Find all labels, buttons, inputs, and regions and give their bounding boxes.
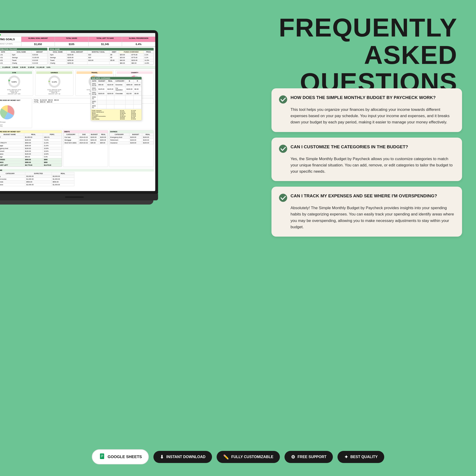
badge-quality: ✦ BEST QUALITY: [338, 451, 384, 463]
customize-icon: ✏️: [223, 454, 229, 460]
badge-quality-label: BEST QUALITY: [351, 455, 378, 459]
total-saved-value: $105: [55, 42, 88, 46]
faq-container: HOW DOES THE SIMPLE MONTHLY BUDGET BY PA…: [272, 88, 462, 237]
total-left-label: TOTAL LEFT TO SAVE: [88, 37, 122, 42]
badge-download-label: INSTANT DOWNLOAD: [166, 455, 205, 459]
check-icon-3: [279, 194, 287, 202]
svg-point-15: [279, 194, 287, 202]
check-icon-2: [279, 145, 287, 153]
laptop-base: [0, 194, 158, 200]
savings-table: SAVINGS CATEGORYBUDGETREAL Emergency fun…: [109, 130, 154, 167]
contribution-tracker-title: CONTRIBUTION TRACKER: [0, 48, 47, 51]
header-title: FREQUENTLY ASKED QUESTIONS: [279, 14, 458, 96]
badge-google: Google Sheets: [92, 449, 149, 464]
svg-rect-18: [101, 456, 103, 456]
global-progression-label: GLOBAL PROGRESSION: [122, 37, 155, 42]
screen-dot-green: [0, 34, 1, 35]
badge-customize-label: FULLY CUSTOMIZABLE: [231, 455, 273, 459]
currency-label: CURRENCY (FXBR): [0, 42, 21, 46]
faq-answer-3: Absolutely! The Simple Monthly Budget by…: [279, 205, 455, 230]
expense-panel: DUE DATE / EXPENSES DATEBUDGETREALCATEGO…: [91, 77, 142, 121]
faq-card-1: HOW DOES THE SIMPLE MONTHLY BUDGET BY PA…: [272, 88, 462, 132]
goal-overview-title: GOAL NAME: [49, 48, 154, 51]
global-goal-label: GLOBAL GOAL AMOUNT: [21, 37, 55, 42]
donut-gym: GYM 5.00% GOAL AMOUNT: $100SAVED: $5.00D…: [0, 70, 33, 96]
laptop-notch: [65, 196, 84, 198]
svg-rect-16: [100, 453, 104, 459]
global-progression-value: 6.4%: [122, 42, 155, 46]
screen-top-bar: [0, 33, 155, 37]
check-icon-1: [279, 95, 287, 104]
faq-card-2: CAN I CUSTOMIZE THE CATEGORIES IN THE BU…: [272, 137, 462, 181]
badge-google-label: Google Sheets: [108, 455, 142, 459]
google-sheets-icon: [99, 453, 105, 461]
faq-card-3: CAN I TRACK MY EXPENSES AND SEE WHERE I'…: [272, 187, 462, 237]
badge-download: ⬇ INSTANT DOWNLOAD: [153, 451, 212, 463]
debts-table: DEBTS CATEGORYDUEBUDGETREAL Car loan2024…: [63, 130, 108, 167]
support-icon: ⚙: [291, 454, 295, 460]
svg-point-14: [279, 145, 287, 153]
total-left-value: $1,345: [88, 42, 122, 46]
money-pie-title: WHERE DOES MY MONEY GO?: [0, 100, 31, 101]
totals-row: TOTAL $ 1,650.00 $ 90.00 $ 20.00 $ 125.0…: [0, 66, 155, 69]
svg-point-13: [279, 96, 287, 103]
faq-question-row-1: HOW DOES THE SIMPLE MONTHLY BUDGET BY PA…: [279, 95, 455, 104]
badge-support-label: FREE SUPPORT: [298, 455, 326, 459]
page-header: FREQUENTLY ASKED QUESTIONS: [279, 14, 458, 96]
money-pie-section: WHERE DOES MY MONEY GO? ■ Rent/Mortgage …: [0, 98, 32, 128]
download-icon: ⬇: [160, 454, 164, 460]
faq-answer-2: Yes, the Simple Monthly Budget by Payche…: [279, 156, 455, 175]
laptop-foot: [0, 200, 153, 204]
faq-question-row-2: CAN I CUSTOMIZE THE CATEGORIES IN THE BU…: [279, 144, 455, 153]
faq-question-2: CAN I CUSTOMIZE THE CATEGORIES IN THE BU…: [290, 144, 408, 150]
svg-rect-19: [101, 457, 102, 457]
donut-savings: SAVINGS 3.13% GOAL AMOUNT: $100SAVED: $1…: [35, 70, 73, 96]
badge-support: ⚙ FREE SUPPORT: [285, 451, 333, 463]
faq-question-1: HOW DOES THE SIMPLE MONTHLY BUDGET BY PA…: [290, 95, 436, 101]
svg-rect-17: [101, 455, 103, 455]
income-section: INCOME CATEGORYEXPECTEDREAL Salary$3,000…: [0, 168, 155, 187]
svg-text:3.13%: 3.13%: [51, 81, 57, 83]
quality-icon: ✦: [344, 454, 348, 460]
faq-question-3: CAN I TRACK MY EXPENSES AND SEE WHERE I'…: [290, 193, 437, 199]
faq-question-row-3: CAN I TRACK MY EXPENSES AND SEE WHERE I'…: [279, 193, 455, 202]
saving-goals-title: SAVING GOALS: [0, 37, 21, 42]
badge-customize: ✏️ FULLY CUSTOMIZABLE: [217, 451, 280, 463]
badges-bar: Google Sheets ⬇ INSTANT DOWNLOAD ✏️ FULL…: [92, 449, 384, 464]
global-goal-value: $1,650: [21, 42, 55, 46]
budget-name-table: WHERE DOES MY MONEY GO? BUDGET NAMEREALP…: [0, 130, 62, 167]
svg-text:5.00%: 5.00%: [11, 81, 17, 83]
faq-answer-1: This tool helps you organize your financ…: [279, 106, 455, 125]
total-saved-label: TOTAL SAVED: [55, 37, 88, 42]
